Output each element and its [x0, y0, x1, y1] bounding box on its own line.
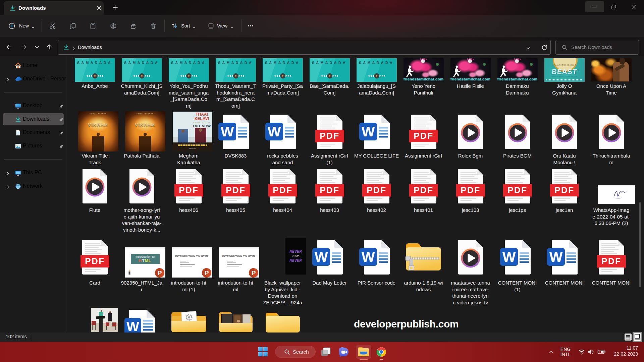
svg-text:A: A [111, 24, 113, 28]
svg-text:W: W [361, 124, 375, 139]
svg-text:P: P [204, 269, 209, 277]
svg-text:P: P [251, 269, 256, 277]
svg-text:P: P [157, 269, 162, 277]
svg-text:PDF: PDF [507, 185, 528, 195]
svg-text:PDF: PDF [601, 256, 622, 266]
svg-text:PDF: PDF [85, 256, 105, 266]
svg-text:PDF: PDF [320, 131, 340, 141]
svg-text:W: W [267, 124, 281, 139]
svg-text:PDF: PDF [273, 185, 293, 195]
svg-text:PDF: PDF [367, 185, 387, 195]
svg-text:PDF: PDF [414, 131, 434, 141]
svg-text:PDF: PDF [554, 185, 575, 195]
svg-text:W: W [126, 319, 139, 334]
svg-text:PDF: PDF [320, 185, 340, 195]
svg-text:PDF: PDF [179, 185, 199, 195]
svg-text:W: W [314, 249, 328, 265]
svg-text:W: W [502, 249, 516, 265]
svg-text:W: W [220, 124, 234, 139]
svg-text:PDF: PDF [414, 185, 434, 195]
svg-text:W: W [361, 249, 375, 265]
svg-text:PDF: PDF [461, 185, 481, 195]
svg-text:W: W [549, 249, 562, 265]
svg-text:PDF: PDF [226, 185, 246, 195]
